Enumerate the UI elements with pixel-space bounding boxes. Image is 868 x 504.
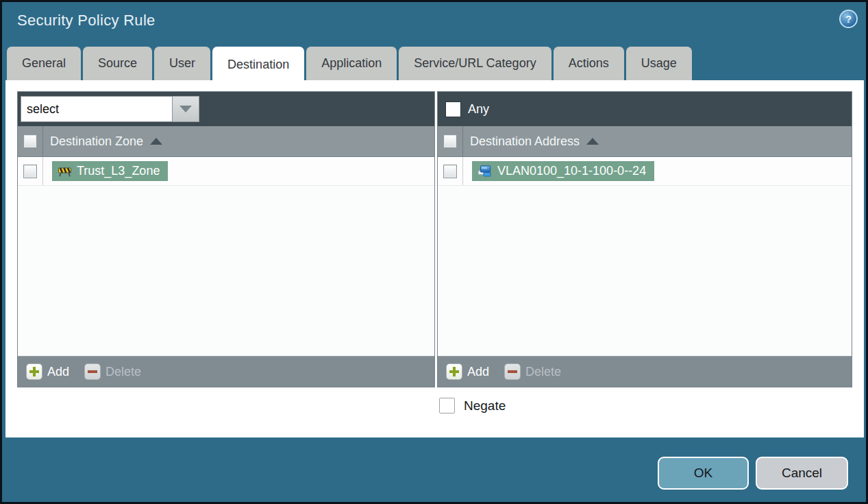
address-chip-label: VLAN0100_10-1-100-0--24	[497, 164, 646, 178]
security-policy-rule-dialog: Security Policy Rule ? General Source Us…	[0, 0, 868, 504]
address-delete-label: Delete	[525, 365, 561, 379]
tab-destination[interactable]: Destination	[212, 47, 304, 83]
network-computers-icon	[478, 165, 493, 177]
tab-user[interactable]: User	[154, 47, 210, 80]
any-label: Any	[468, 102, 489, 117]
ok-button[interactable]: OK	[658, 457, 749, 490]
zone-select-dropdown-button[interactable]	[173, 96, 199, 122]
table-row: VLAN0100_10-1-100-0--24	[438, 157, 852, 186]
add-plus-icon	[446, 363, 462, 380]
tab-bar: General Source User Destination Applicat…	[7, 47, 692, 80]
address-delete-button[interactable]: Delete	[504, 363, 561, 380]
zone-select-all-checkbox[interactable]	[23, 134, 37, 148]
tab-content-sheet: Destination Zone Trust_L3_Zone	[5, 80, 864, 437]
tab-source[interactable]: Source	[83, 47, 152, 80]
sort-ascending-icon	[150, 138, 162, 145]
zone-chip-trust-l3-zone[interactable]: Trust_L3_Zone	[52, 161, 168, 181]
table-row: Trust_L3_Zone	[18, 157, 434, 186]
tab-general[interactable]: General	[7, 47, 81, 80]
address-toolbar: Any	[438, 92, 852, 126]
zone-add-label: Add	[47, 365, 69, 379]
zone-row-checkbox[interactable]	[23, 165, 37, 178]
zone-footer: Add Delete	[18, 356, 434, 387]
zone-add-button[interactable]: Add	[26, 363, 69, 380]
zone-select-combo	[21, 96, 199, 122]
tab-application[interactable]: Application	[306, 47, 397, 80]
address-row-checkbox[interactable]	[443, 165, 457, 178]
add-plus-icon	[26, 363, 42, 380]
zone-grid-body: Trust_L3_Zone	[18, 157, 434, 356]
zone-grid-header: Destination Zone	[18, 126, 434, 157]
address-add-label: Add	[467, 365, 489, 379]
address-select-all-checkbox[interactable]	[443, 134, 457, 148]
zone-barrier-icon	[58, 166, 72, 177]
address-grid-body: VLAN0100_10-1-100-0--24	[438, 157, 852, 356]
negate-label: Negate	[464, 398, 506, 413]
tab-actions[interactable]: Actions	[554, 47, 624, 80]
tab-usage[interactable]: Usage	[626, 47, 692, 80]
sort-ascending-icon	[586, 138, 599, 145]
delete-minus-icon	[84, 363, 101, 380]
zone-delete-button[interactable]: Delete	[84, 363, 141, 380]
zone-chip-label: Trust_L3_Zone	[77, 164, 160, 178]
tab-service-url-category[interactable]: Service/URL Category	[399, 47, 551, 80]
delete-minus-icon	[504, 363, 521, 380]
destination-address-panel: Any Destination Address	[437, 91, 852, 387]
address-add-button[interactable]: Add	[446, 363, 489, 380]
address-column-header-label: Destination Address	[470, 134, 580, 149]
zone-toolbar	[18, 92, 434, 126]
help-icon[interactable]: ?	[839, 10, 858, 28]
address-footer: Add Delete	[438, 356, 852, 387]
dialog-title: Security Policy Rule	[17, 12, 156, 29]
zone-column-header[interactable]: Destination Zone	[50, 134, 162, 149]
zone-select-input[interactable]	[21, 96, 173, 122]
chevron-down-icon	[179, 106, 192, 112]
destination-zone-panel: Destination Zone Trust_L3_Zone	[17, 91, 435, 387]
cancel-button[interactable]: Cancel	[756, 457, 848, 490]
negate-checkbox[interactable]	[439, 398, 455, 413]
zone-column-header-label: Destination Zone	[50, 134, 143, 149]
address-grid-header: Destination Address	[438, 126, 852, 157]
any-checkbox[interactable]	[445, 101, 461, 117]
address-chip-vlan0100[interactable]: VLAN0100_10-1-100-0--24	[472, 161, 654, 181]
negate-row: Negate	[439, 398, 506, 413]
zone-delete-label: Delete	[106, 365, 141, 379]
address-column-header[interactable]: Destination Address	[470, 134, 599, 149]
